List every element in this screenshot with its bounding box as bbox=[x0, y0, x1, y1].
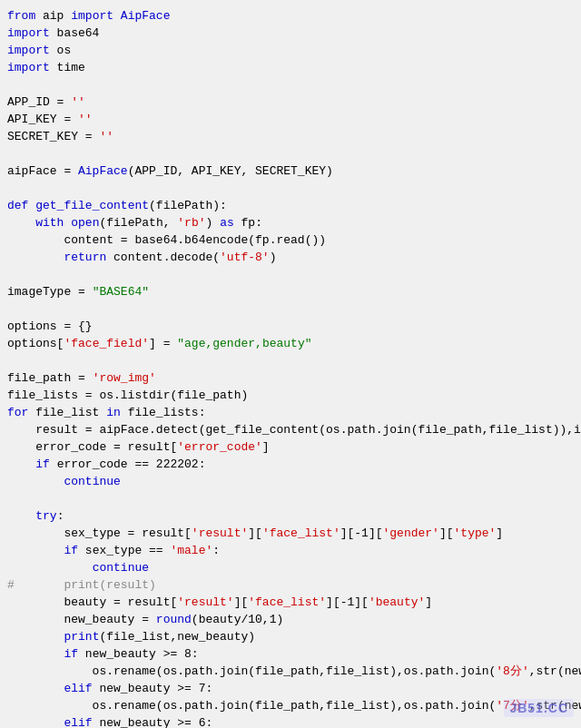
code-line-13: with open(filePath, 'rb') as fp: bbox=[0, 214, 581, 231]
code-line-18 bbox=[0, 300, 581, 318]
code-line-7: API_KEY = '' bbox=[0, 111, 581, 128]
code-line-41: os.rename(os.path.join(file_path,file_li… bbox=[0, 697, 581, 714]
code-line-14: content = base64.b64encode(fp.read()) bbox=[0, 231, 581, 249]
code-line-38: if new_beauty >= 8: bbox=[0, 645, 581, 663]
code-line-2: import base64 bbox=[0, 25, 581, 42]
code-line-15: return content.decode('utf-8') bbox=[0, 249, 581, 266]
code-line-16 bbox=[0, 266, 581, 283]
code-line-11 bbox=[0, 180, 581, 197]
code-line-6: APP_ID = '' bbox=[0, 93, 581, 111]
code-line-36: new_beauty = round(beauty/10,1) bbox=[0, 611, 581, 628]
code-line-37: print(file_list,new_beauty) bbox=[0, 628, 581, 645]
code-line-17: imageType = "BASE64" bbox=[0, 283, 581, 300]
code-line-30: try: bbox=[0, 507, 581, 525]
code-line-27: if error_code == 222202: bbox=[0, 456, 581, 473]
code-line-24: for file_list in file_lists: bbox=[0, 404, 581, 421]
code-line-40: elif new_beauty >= 7: bbox=[0, 680, 581, 697]
code-line-4: import time bbox=[0, 59, 581, 76]
code-line-32: if sex_type == 'male': bbox=[0, 542, 581, 559]
code-line-26: error_code = result['error_code'] bbox=[0, 438, 581, 456]
watermark: JB51.CC bbox=[504, 699, 574, 717]
code-line-10: aipFace = AipFace(APP_ID, API_KEY, SECRE… bbox=[0, 162, 581, 180]
code-line-29 bbox=[0, 490, 581, 507]
code-line-20: options['face_field'] = "age,gender,beau… bbox=[0, 335, 581, 352]
code-editor: from aip import AipFace import base64 im… bbox=[0, 0, 581, 728]
code-line-5 bbox=[0, 76, 581, 93]
code-line-25: result = aipFace.detect(get_file_content… bbox=[0, 421, 581, 438]
code-line-34: # print(result) bbox=[0, 576, 581, 594]
code-line-21 bbox=[0, 352, 581, 369]
code-line-23: file_lists = os.listdir(file_path) bbox=[0, 387, 581, 404]
code-line-28: continue bbox=[0, 473, 581, 490]
code-line-35: beauty = result['result']['face_list'][-… bbox=[0, 594, 581, 611]
code-line-22: file_path = 'row_img' bbox=[0, 369, 581, 387]
code-line-12: def get_file_content(filePath): bbox=[0, 197, 581, 214]
code-line-19: options = {} bbox=[0, 318, 581, 335]
code-line-39: os.rename(os.path.join(file_path,file_li… bbox=[0, 663, 581, 680]
code-line-42: elif new_beauty >= 6: bbox=[0, 714, 581, 728]
code-line-9 bbox=[0, 145, 581, 162]
code-line-8: SECRET_KEY = '' bbox=[0, 128, 581, 145]
code-line-33: continue bbox=[0, 559, 581, 576]
code-line-1: from aip import AipFace bbox=[0, 7, 581, 25]
code-line-3: import os bbox=[0, 42, 581, 59]
code-line-31: sex_type = result['result']['face_list']… bbox=[0, 525, 581, 542]
